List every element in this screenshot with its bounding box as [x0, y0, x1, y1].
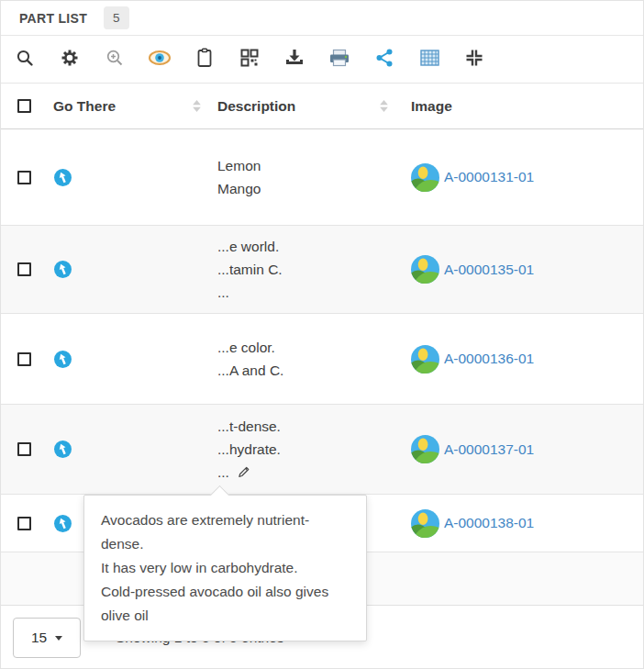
title-bar: PART LIST 5	[1, 1, 643, 36]
image-thumbnail[interactable]	[411, 163, 439, 192]
clipboard-button[interactable]	[194, 49, 216, 71]
search-icon	[16, 49, 34, 70]
toolbar	[1, 36, 643, 84]
share-button[interactable]	[373, 49, 395, 71]
select-all-cell	[1, 99, 42, 113]
column-label: Description	[217, 98, 295, 115]
share-icon	[375, 49, 394, 70]
visibility-toggle-button[interactable]	[149, 49, 171, 71]
eye-icon	[148, 50, 172, 69]
image-thumbnail[interactable]	[411, 435, 439, 463]
row-checkbox[interactable]	[17, 262, 31, 276]
image-cell: A-0000136-01	[405, 345, 643, 374]
tooltip-text-line: It has very low in carbohydrate.	[101, 556, 350, 580]
page-title: PART LIST	[19, 11, 87, 26]
sort-icon[interactable]	[380, 100, 388, 112]
description-cell: Lemon Mango	[212, 154, 405, 200]
table-row: ...e world. ...tamin C. ... A-0000135-01	[1, 226, 643, 314]
table-header-row: Go There Description Image	[1, 84, 643, 129]
image-cell: A-0000135-01	[405, 255, 643, 284]
table-grid-icon	[420, 50, 439, 69]
column-header-description[interactable]: Description	[212, 98, 405, 115]
print-button[interactable]	[328, 49, 350, 71]
chevron-down-icon	[55, 636, 62, 641]
description-cell: ...e world. ...tamin C. ...	[212, 235, 405, 304]
qr-code-button[interactable]	[239, 49, 261, 71]
table-row: ...e color. ...A and C. A-0000136-01	[1, 314, 643, 405]
go-there-icon[interactable]	[54, 515, 72, 532]
image-thumbnail[interactable]	[411, 345, 439, 374]
clipboard-icon	[195, 48, 214, 71]
tooltip-text-line: Avocados are extremely nutrient-dense.	[101, 508, 350, 556]
table-view-button[interactable]	[418, 49, 440, 71]
qr-code-icon	[240, 49, 259, 70]
description-tooltip: Avocados are extremely nutrient-dense. I…	[83, 495, 367, 641]
zoom-search-button[interactable]	[104, 49, 126, 71]
image-cell: A-0000138-01	[405, 509, 643, 538]
image-cell: A-0000137-01	[405, 435, 643, 463]
search-button[interactable]	[14, 49, 36, 71]
download-button[interactable]	[283, 49, 305, 71]
image-thumbnail[interactable]	[411, 509, 439, 538]
row-checkbox[interactable]	[17, 352, 31, 366]
image-link[interactable]: A-0000136-01	[444, 351, 534, 367]
go-there-icon[interactable]	[54, 440, 72, 458]
settings-button[interactable]	[59, 49, 81, 71]
page-size-value: 15	[31, 630, 47, 646]
count-badge: 5	[104, 6, 129, 29]
image-cell: A-0000131-01	[405, 163, 643, 192]
table-row: ...t-dense. ...hydrate. ... A-0000137-01	[1, 405, 643, 495]
description-cell: ...e color. ...A and C.	[212, 336, 405, 382]
image-link[interactable]: A-0000138-01	[444, 515, 534, 531]
image-link[interactable]: A-0000135-01	[444, 262, 534, 278]
select-all-checkbox[interactable]	[17, 99, 31, 113]
row-checkbox[interactable]	[17, 171, 31, 184]
image-link[interactable]: A-0000131-01	[444, 169, 534, 185]
go-there-icon[interactable]	[54, 169, 72, 186]
image-thumbnail[interactable]	[411, 255, 439, 284]
part-list-panel: PART LIST 5	[0, 0, 644, 669]
zoom-in-icon	[105, 49, 124, 70]
edit-pencil-icon[interactable]	[237, 465, 250, 479]
column-header-image[interactable]: Image	[405, 98, 643, 115]
compress-icon	[465, 49, 483, 70]
column-label: Image	[411, 98, 452, 115]
compress-button[interactable]	[463, 49, 485, 71]
gear-icon	[61, 49, 79, 70]
table-row: Lemon Mango A-0000131-01	[1, 129, 643, 226]
description-cell: ...t-dense. ...hydrate. ...	[212, 415, 405, 484]
row-checkbox[interactable]	[17, 442, 31, 456]
printer-icon	[328, 49, 350, 70]
image-link[interactable]: A-0000137-01	[444, 441, 534, 458]
page-size-dropdown[interactable]: 15	[13, 618, 81, 658]
go-there-icon[interactable]	[54, 351, 72, 368]
download-icon	[284, 49, 305, 70]
column-label: Go There	[53, 98, 116, 115]
column-header-go-there[interactable]: Go There	[42, 98, 212, 115]
go-there-icon[interactable]	[54, 261, 72, 278]
tooltip-text-line: Cold-pressed avocado oil also gives oliv…	[101, 580, 350, 628]
sort-icon[interactable]	[193, 100, 201, 112]
row-checkbox[interactable]	[17, 517, 31, 530]
